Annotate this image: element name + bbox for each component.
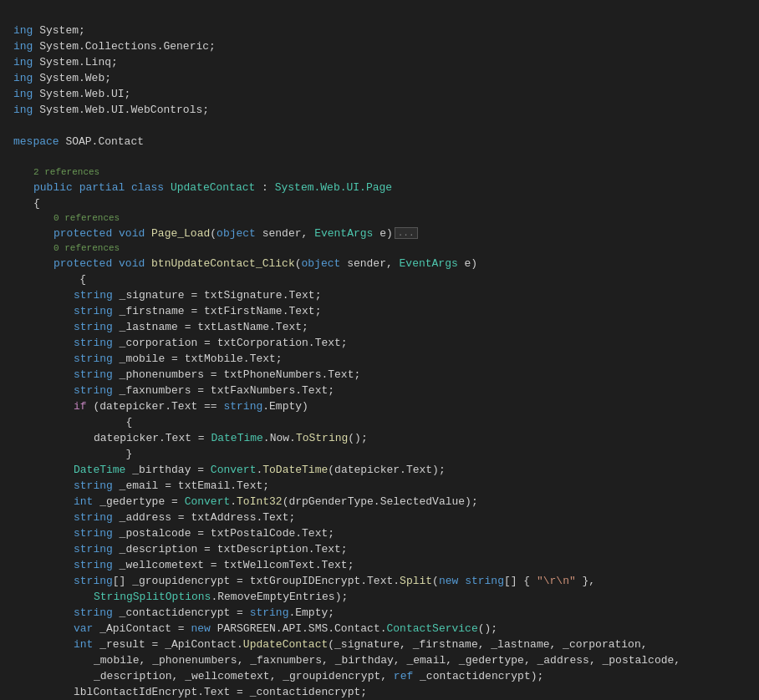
token-plain: _contactidencrypt); bbox=[413, 670, 543, 682]
token-plain: _lastname = txtLastName.Text; bbox=[113, 321, 308, 333]
token-kw-blue: int bbox=[74, 495, 93, 508]
token-plain: .Now. bbox=[263, 432, 296, 444]
token-kw-blue: string bbox=[74, 337, 113, 349]
token-plain: { bbox=[33, 197, 40, 210]
code-line: string _phonenumbers = txtPhoneNumbers.T… bbox=[0, 367, 759, 383]
code-line: int _result = _ApiContact.UpdateContact(… bbox=[0, 637, 759, 652]
token-kw-blue: ing bbox=[13, 56, 33, 68]
token-plain: _result = _ApiContact. bbox=[93, 638, 242, 651]
token-kw-blue: new bbox=[439, 575, 458, 587]
token-kw-blue: string bbox=[223, 400, 262, 413]
token-plain: System.Linq; bbox=[33, 56, 117, 68]
code-line: string _description = txtDescription.Tex… bbox=[0, 541, 759, 557]
token-kw-blue: string bbox=[74, 606, 113, 619]
token-plain bbox=[112, 227, 119, 240]
token-kw-yellow: ToString bbox=[296, 432, 348, 444]
token-plain: ( bbox=[432, 575, 439, 587]
token-kw-blue: protected bbox=[53, 227, 112, 240]
token-plain bbox=[125, 181, 131, 194]
token-kw-yellow: btnUpdateContact_Click bbox=[151, 257, 295, 270]
token-plain: .Empty; bbox=[288, 606, 334, 619]
token-plain: e) bbox=[373, 227, 392, 240]
token-plain: SOAP.Contact bbox=[59, 135, 144, 148]
code-line: string _wellcometext = txtWellcomText.Te… bbox=[0, 557, 759, 573]
token-plain: e) bbox=[458, 257, 477, 270]
collapse-button[interactable]: ... bbox=[395, 227, 418, 239]
token-kw-blue: ing bbox=[13, 88, 33, 100]
token-plain: (datepicker.Text); bbox=[328, 464, 445, 476]
code-line: mespace SOAP.Contact bbox=[0, 134, 759, 150]
token-kw-type: EventArgs bbox=[314, 227, 373, 240]
ref-comment: 0 references bbox=[0, 211, 759, 226]
token-kw-blue: string bbox=[250, 606, 289, 619]
token-plain: _description = txtDescription.Text; bbox=[113, 543, 348, 555]
code-line: datepicker.Text = DateTime.Now.ToString(… bbox=[0, 430, 759, 446]
token-kw-blue: void bbox=[119, 257, 145, 270]
token-kw-blue: string bbox=[74, 511, 113, 524]
token-kw-blue: string bbox=[74, 353, 113, 365]
token-kw-blue: ref bbox=[394, 670, 413, 682]
code-line: lblContactIdEncrypt.Text = _contactidenc… bbox=[0, 684, 759, 700]
token-kw-blue: mespace bbox=[13, 135, 59, 148]
token-plain: _mobile = txtMobile.Text; bbox=[113, 353, 283, 365]
token-kw-blue: string bbox=[465, 575, 504, 587]
code-line: protected void btnUpdateContact_Click(ob… bbox=[0, 256, 759, 271]
token-plain: [] _groupidencrypt = txtGroupIDEncrypt.T… bbox=[113, 575, 400, 587]
token-kw-purple: if bbox=[74, 400, 87, 413]
token-plain: _phonenumbers = txtPhoneNumbers.Text; bbox=[113, 368, 360, 381]
token-plain: (); bbox=[478, 622, 497, 635]
token-kw-type: EventArgs bbox=[400, 257, 458, 270]
token-kw-yellow: ToDateTime bbox=[262, 464, 328, 476]
token-plain: } bbox=[74, 448, 132, 460]
token-plain: : bbox=[255, 181, 274, 194]
code-line: int _gedertype = Convert.ToInt32(drpGend… bbox=[0, 494, 759, 510]
token-kw-blue: string bbox=[74, 305, 113, 317]
token-plain: _address = txtAddress.Text; bbox=[113, 511, 295, 524]
token-kw-blue: ing bbox=[13, 24, 33, 37]
token-plain: PARSGREEN.API.SMS.Contact. bbox=[211, 622, 387, 635]
token-kw-type: System.Web.UI.Page bbox=[275, 181, 392, 194]
code-line: string _contactidencrypt = string.Empty; bbox=[0, 605, 759, 621]
token-plain bbox=[73, 181, 79, 194]
code-line: protected void Page_Load(object sender, … bbox=[0, 226, 759, 241]
ref-comment: 2 references bbox=[0, 165, 759, 180]
code-line: } bbox=[0, 446, 759, 462]
token-plain: _wellcometext = txtWellcomText.Text; bbox=[113, 559, 354, 571]
code-line: ing System.Web.UI; bbox=[0, 86, 759, 102]
code-line: string _email = txtEmail.Text; bbox=[0, 478, 759, 494]
code-line: ing System.Web; bbox=[0, 70, 759, 86]
code-line bbox=[0, 118, 759, 134]
code-line: ing System.Collections.Generic; bbox=[0, 38, 759, 54]
token-plain: (_signature, _firstname, _lastname, _cor… bbox=[328, 638, 647, 651]
token-kw-blue: int bbox=[74, 638, 93, 651]
token-plain: System; bbox=[33, 24, 84, 37]
token-kw-type: UpdateContact bbox=[171, 181, 255, 194]
token-plain: _faxnumbers = txtFaxNumbers.Text; bbox=[113, 384, 334, 397]
token-kw-blue: object bbox=[302, 257, 341, 270]
token-plain: lblContactIdEncrypt.Text = _contactidenc… bbox=[74, 686, 367, 698]
token-plain bbox=[458, 575, 465, 587]
token-kw-yellow: ToInt32 bbox=[237, 495, 283, 508]
token-kw-blue: string bbox=[74, 575, 113, 587]
token-plain: _description, _wellcometext, _groupidenc… bbox=[94, 670, 394, 682]
token-kw-type: DateTime bbox=[211, 432, 262, 444]
token-kw-blue: ing bbox=[13, 104, 33, 116]
token-plain: _mobile, _phonenumbers, _faxnumbers, _bi… bbox=[94, 654, 680, 667]
token-kw-blue: partial bbox=[79, 181, 125, 194]
code-line: _description, _wellcometext, _groupidenc… bbox=[0, 668, 759, 684]
token-plain: _email = txtEmail.Text; bbox=[113, 479, 269, 492]
token-plain: _birthday = bbox=[125, 464, 210, 476]
token-plain bbox=[112, 257, 119, 270]
token-kw-blue: protected bbox=[53, 257, 112, 270]
ref-comment: 0 references bbox=[0, 241, 759, 256]
code-editor: ing System;ing System.Collections.Generi… bbox=[0, 7, 759, 700]
token-kw-yellow: Split bbox=[400, 575, 432, 587]
token-plain: _firstname = txtFirstName.Text; bbox=[113, 305, 322, 317]
code-line: _mobile, _phonenumbers, _faxnumbers, _bi… bbox=[0, 652, 759, 668]
code-line: { bbox=[0, 195, 759, 211]
code-line: ing System.Linq; bbox=[0, 54, 759, 70]
token-kw-blue: new bbox=[191, 622, 210, 635]
token-plain: _corporation = txtCorporation.Text; bbox=[113, 337, 348, 349]
token-plain: System.Web.UI; bbox=[33, 88, 130, 100]
token-plain bbox=[164, 181, 171, 194]
